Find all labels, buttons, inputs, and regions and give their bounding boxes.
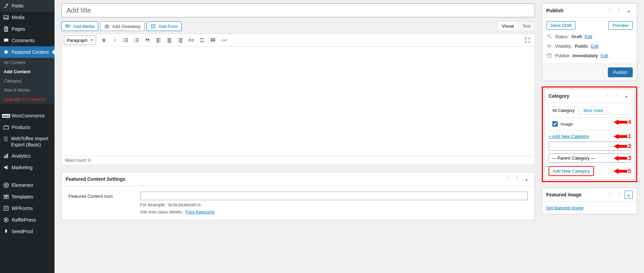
sidebar-sub-category[interactable]: Category [0,76,55,85]
fc-settings-title: Featured Content Settings [66,176,503,182]
svg-rect-44 [211,38,212,40]
bold-button[interactable]: B [99,35,109,45]
sidebar-sub-add-content[interactable]: Add Content [0,67,55,76]
italic-button[interactable]: I [110,35,120,45]
add-form-button[interactable]: Add Form [147,21,182,31]
gift-icon [104,23,110,29]
svg-rect-26 [136,38,139,39]
move-down-icon[interactable]: ˅ [513,175,521,183]
edit-visibility-link[interactable]: Edit [591,44,598,49]
sidebar-label: WebToffee Import Export (Basic) [11,135,52,148]
sidebar-item-media[interactable]: Media [0,12,55,23]
editor-box: Paragraph B I 123 [61,34,535,165]
numbered-list-button[interactable]: 123 [132,35,142,45]
title-input[interactable] [61,3,535,17]
set-featured-image-link[interactable]: Set featured image [546,205,584,210]
tab-all-category[interactable]: All Category [549,107,578,115]
category-checkbox-image[interactable] [552,121,558,127]
bullet-list-button[interactable] [121,35,131,45]
sidebar-item-elementor[interactable]: Elementor [0,179,55,191]
move-up-icon[interactable]: ˄ [603,92,611,100]
woocommerce-icon: woo [3,112,10,119]
category-title: Category [549,93,603,99]
sidebar-item-pages[interactable]: Pages [0,23,55,35]
blockquote-button[interactable] [142,35,153,45]
sidebar-item-webtoffee[interactable]: WebToffee Import Export (Basic) [0,133,55,150]
svg-rect-37 [178,38,183,39]
edit-publish-date-link[interactable]: Edit [601,53,608,58]
svg-point-50 [547,34,549,36]
toggle-icon[interactable]: ▴ [625,6,633,15]
move-up-icon[interactable]: ˄ [605,6,614,15]
align-center-button[interactable] [164,35,174,45]
category-item-image[interactable]: Image [552,121,627,127]
new-category-name-input[interactable] [549,142,630,151]
svg-point-17 [123,38,124,39]
move-down-icon[interactable]: ˅ [615,191,623,199]
sidebar-item-woocommerce[interactable]: woo WooCommerce [0,110,55,122]
svg-rect-41 [200,38,204,39]
featured-content-settings-box: Featured Content Settings ˄ ˅ ▴ Featured… [61,172,535,220]
pin-icon [3,2,10,9]
sidebar-item-rafflepress[interactable]: RafflePress [0,214,55,226]
publish-box: Publish ˄ ˅ ▴ Save Draft Preview [542,3,637,81]
svg-marker-57 [614,168,627,174]
save-draft-button[interactable]: Save Draft [546,21,576,30]
toolbar-toggle-button[interactable] [208,35,218,45]
publish-button[interactable]: Publish [608,67,633,77]
read-more-button[interactable] [197,35,207,45]
add-giveaway-button[interactable]: Add Giveaway [100,21,144,31]
sidebar-item-comments[interactable]: Comments [0,35,55,46]
category-list: Image [549,117,630,130]
tab-most-used[interactable]: Most Used [580,107,607,114]
toggle-icon[interactable]: ▴ [625,191,633,199]
move-up-icon[interactable]: ˄ [503,175,511,183]
fullscreen-button[interactable] [522,35,533,45]
sidebar-item-templates[interactable]: Templates [0,191,55,203]
link-button[interactable] [186,35,196,45]
add-new-category-link[interactable]: + Add New Category [549,134,589,139]
svg-rect-4 [7,154,8,158]
align-right-button[interactable] [175,35,185,45]
svg-rect-2 [4,156,5,158]
fc-help-example: For example : fa fa-bluetooth-b [140,202,528,207]
font-awesome-link[interactable]: Font Awesome [186,209,215,214]
toggle-icon[interactable]: ▴ [622,92,630,100]
svg-point-12 [5,219,7,221]
parent-category-select[interactable]: — Parent Category — [549,154,630,163]
sidebar-item-seedprod[interactable]: SeedProd [0,226,55,237]
align-left-button[interactable] [153,35,164,45]
tab-visual[interactable]: Visual [498,22,518,30]
toggle-icon[interactable]: ▴ [522,175,531,183]
editor-mode-tabs: Visual Text [497,21,535,30]
editor-content[interactable] [62,47,535,156]
svg-rect-13 [66,25,69,27]
key-icon [546,33,552,39]
svg-rect-52 [547,54,551,57]
sidebar-item-marketing[interactable]: Marketing [0,162,55,173]
tab-text[interactable]: Text [518,22,535,30]
import-export-icon [3,135,9,142]
preview-button[interactable]: Preview [608,21,633,30]
sidebar-item-analytics[interactable]: Analytics [0,150,55,162]
sidebar-label: RafflePress [12,217,36,223]
wpforms-icon [3,205,10,212]
sidebar-label: Analytics [12,153,31,159]
sidebar-item-featured-content[interactable]: Featured Content [0,46,55,58]
move-up-icon[interactable]: ˄ [605,191,614,199]
code-button[interactable]: <>▼ [219,35,229,45]
fc-icon-input[interactable] [140,192,528,200]
edit-status-link[interactable]: Edit [585,34,592,39]
add-new-category-button[interactable]: Add New Category [549,166,594,176]
sidebar-sub-upgrade[interactable]: Upgrade To Premium [0,95,55,104]
eye-icon [546,43,552,49]
move-down-icon[interactable]: ˅ [615,6,623,15]
sidebar-item-products[interactable]: Products [0,122,55,133]
sidebar-item-posts[interactable]: Posts [0,0,55,12]
sidebar-sub-how-it-works[interactable]: How It Works [0,85,55,95]
add-media-button[interactable]: Add Media [61,21,98,31]
sidebar-sub-all-content[interactable]: All Content [0,58,55,67]
format-select[interactable]: Paragraph [64,35,96,45]
move-down-icon[interactable]: ˅ [613,92,621,100]
sidebar-item-wpforms[interactable]: WPForms [0,203,55,214]
